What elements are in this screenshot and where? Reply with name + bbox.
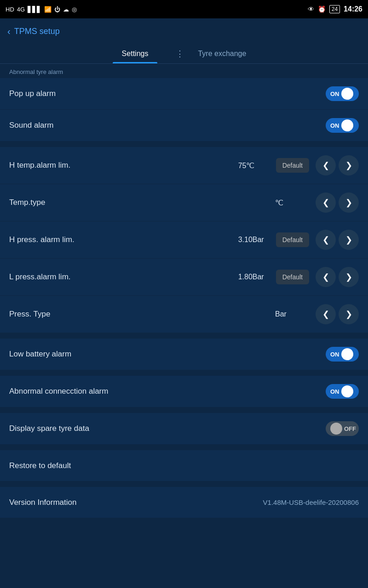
right-chevron-icon-2: ❯	[345, 198, 352, 208]
right-chevron-icon: ❯	[345, 160, 352, 170]
sound-alarm-label: Sound alarm	[9, 121, 326, 130]
l-press-increment-button[interactable]: ❯	[339, 267, 359, 287]
h-press-increment-button[interactable]: ❯	[339, 230, 359, 250]
sound-alarm-toggle[interactable]: ON	[326, 118, 359, 133]
tab-tyre-exchange[interactable]: Tyre exchange	[189, 44, 255, 63]
low-battery-alarm-label: Low battery alarm	[9, 350, 326, 359]
h-press-alarm-label: H press. alarm lim.	[9, 235, 238, 244]
l-press-default-button[interactable]: Default	[276, 270, 309, 284]
setting-row-popup-alarm: Pop up alarm ON	[0, 78, 368, 110]
temp-type-label: Temp.type	[9, 198, 275, 207]
right-chevron-icon-4: ❯	[345, 272, 352, 282]
page-title: TPMS setup	[14, 27, 60, 36]
temp-type-increment-button[interactable]: ❯	[339, 192, 359, 213]
status-right: 👁 ⏰ 24 14:26	[308, 5, 362, 13]
spacer-3	[0, 370, 368, 376]
signal-icon: ▋▋▋	[28, 6, 41, 13]
header: ‹ TPMS setup	[0, 18, 368, 44]
display-spare-toggle[interactable]: OFF	[326, 421, 359, 436]
left-chevron-icon-3: ❮	[322, 235, 329, 245]
temp-type-decrement-button[interactable]: ❮	[316, 192, 336, 213]
spacer-2	[0, 333, 368, 339]
settings-content: Abnormal tyre alarm Pop up alarm ON Soun…	[0, 64, 368, 586]
setting-row-press-type: Press. Type Bar ❮ ❯	[0, 296, 368, 333]
low-battery-alarm-toggle[interactable]: ON	[326, 347, 359, 362]
abnormal-connection-toggle[interactable]: ON	[326, 384, 359, 399]
left-chevron-icon-2: ❮	[322, 198, 329, 208]
4g-icon: 4G	[17, 6, 25, 13]
h-temp-increment-button[interactable]: ❯	[339, 155, 359, 175]
press-type-decrement-button[interactable]: ❮	[316, 304, 336, 324]
h-temp-decrement-button[interactable]: ❮	[316, 155, 336, 175]
version-info-label: Version Information	[9, 498, 263, 507]
left-chevron-icon-4: ❮	[322, 272, 329, 282]
tabs-bar: Settings ⋮ Tyre exchange	[0, 44, 368, 64]
right-chevron-icon-3: ❯	[345, 235, 352, 245]
status-bar: HD 4G ▋▋▋ 📶 ⏻ ☁ ◎ 👁 ⏰ 24 14:26	[0, 0, 368, 18]
setting-row-h-press: H press. alarm lim. 3.10Bar Default ❮ ❯	[0, 221, 368, 259]
abnormal-connection-label: Abnormal connecction alarm	[9, 387, 326, 396]
tab-settings[interactable]: Settings	[113, 44, 158, 63]
tab-dots-icon: ⋮	[176, 49, 184, 59]
h-temp-default-button[interactable]: Default	[276, 158, 309, 173]
setting-row-low-battery: Low battery alarm ON	[0, 339, 368, 370]
sound-alarm-toggle-circle	[341, 119, 353, 131]
low-battery-toggle-circle	[341, 348, 353, 360]
power-icon: ⏻	[54, 6, 60, 13]
eye-icon: 👁	[308, 6, 314, 13]
display-spare-label: Display spare tyre data	[9, 424, 326, 433]
h-press-alarm-value: 3.10Bar	[238, 236, 270, 244]
popup-alarm-toggle-circle	[341, 88, 353, 100]
temp-type-value: ℃	[275, 198, 307, 207]
battery-indicator: 24	[329, 5, 340, 13]
press-type-label: Press. Type	[9, 310, 275, 319]
l-press-alarm-label: L press.alarm lim.	[9, 272, 238, 282]
press-type-increment-button[interactable]: ❯	[339, 304, 359, 324]
press-type-value: Bar	[275, 310, 307, 318]
setting-row-sound-alarm: Sound alarm ON	[0, 110, 368, 141]
h-press-decrement-button[interactable]: ❮	[316, 230, 336, 250]
shield-icon: ◎	[72, 6, 77, 13]
spacer-4	[0, 407, 368, 413]
l-press-decrement-button[interactable]: ❮	[316, 267, 336, 287]
h-temp-alarm-label: H temp.alarm lim.	[9, 161, 238, 170]
display-spare-toggle-circle	[330, 423, 342, 435]
popup-alarm-toggle-label: ON	[330, 90, 339, 97]
setting-row-restore-default[interactable]: Restore to default	[0, 450, 368, 481]
setting-row-l-press: L press.alarm lim. 1.80Bar Default ❮ ❯	[0, 259, 368, 296]
hd-icon: HD	[6, 6, 14, 13]
left-chevron-icon-5: ❮	[322, 309, 329, 319]
popup-alarm-label: Pop up alarm	[9, 89, 326, 98]
setting-row-temp-type: Temp.type ℃ ❮ ❯	[0, 184, 368, 221]
right-chevron-icon-5: ❯	[345, 309, 352, 319]
clock: 14:26	[344, 5, 362, 13]
wifi-icon: 📶	[44, 6, 52, 13]
cloud-icon: ☁	[63, 6, 69, 13]
setting-row-display-spare: Display spare tyre data OFF	[0, 413, 368, 445]
section-label-abnormal: Abnormal tyre alarm	[0, 64, 368, 78]
sound-alarm-toggle-label: ON	[330, 122, 339, 129]
display-spare-toggle-label: OFF	[344, 425, 356, 432]
setting-row-h-temp: H temp.alarm lim. 75℃ Default ❮ ❯	[0, 147, 368, 184]
abnormal-connection-toggle-label: ON	[330, 388, 339, 395]
alarm-icon: ⏰	[318, 6, 326, 13]
version-info-value: V1.48M-USB-deelife-20200806	[263, 498, 359, 506]
h-press-default-button[interactable]: Default	[276, 232, 309, 247]
back-button[interactable]: ‹	[7, 26, 11, 37]
l-press-alarm-value: 1.80Bar	[238, 273, 270, 281]
left-chevron-icon: ❮	[322, 160, 329, 170]
spacer-6	[0, 481, 368, 487]
status-left: HD 4G ▋▋▋ 📶 ⏻ ☁ ◎	[6, 6, 77, 13]
spacer-1	[0, 141, 368, 147]
setting-row-version-info: Version Information V1.48M-USB-deelife-2…	[0, 487, 368, 518]
restore-default-label: Restore to default	[9, 461, 359, 470]
popup-alarm-toggle[interactable]: ON	[326, 86, 359, 101]
low-battery-toggle-label: ON	[330, 351, 339, 358]
spacer-5	[0, 445, 368, 450]
h-temp-alarm-value: 75℃	[238, 161, 270, 170]
abnormal-connection-toggle-circle	[341, 385, 353, 397]
setting-row-abnormal-connection: Abnormal connecction alarm ON	[0, 376, 368, 407]
